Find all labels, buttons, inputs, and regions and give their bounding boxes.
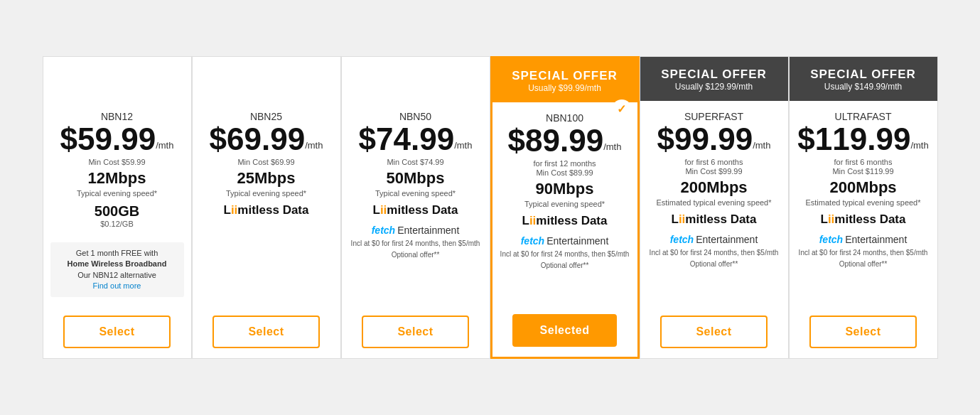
promo-bold: Home Wireless Broadband [68, 259, 167, 268]
plan-min-cost: Min Cost $99.99 [685, 167, 742, 176]
plan-speed: 90Mbps [536, 180, 594, 198]
plan-speed: 12Mbps [88, 169, 146, 188]
select-button-nbn100[interactable]: Selected [512, 314, 617, 347]
plan-name: ULTRAFAST [835, 111, 892, 122]
fetch-label: Entertainment [546, 235, 608, 247]
plan-price-suffix: /mth [753, 140, 770, 151]
plan-price-suffix: /mth [454, 140, 472, 151]
plan-header-empty-nbn50 [342, 57, 490, 101]
fetch-entertainment-row: fetch Entertainment [372, 225, 460, 236]
liimitless-data: Liimitless Data [820, 212, 905, 227]
plan-speed-label: Typical evening speed* [524, 200, 605, 208]
fetch-optional: Optional offer** [392, 250, 440, 260]
plan-min-cost: Min Cost $74.99 [387, 158, 443, 166]
fetch-entertainment-row: fetch Entertainment [670, 234, 758, 245]
plan-speed: 200Mbps [829, 178, 896, 197]
plan-data: 500GB [95, 203, 139, 220]
select-button-superfast[interactable]: Select [660, 316, 767, 348]
plan-for-text: for first 6 months [834, 158, 893, 166]
fetch-detail: Incl at $0 for first 24 months, then $5/… [351, 239, 480, 249]
plan-price: $59.99 [60, 124, 156, 155]
special-offer-title: SPECIAL OFFER [810, 68, 916, 82]
fetch-brand: fetch [372, 225, 395, 236]
selected-check-badge [612, 99, 632, 119]
plan-footer-nbn25: Select [193, 310, 340, 358]
plan-speed: 200Mbps [680, 178, 747, 197]
plan-price-row: $119.99/mth [797, 124, 928, 155]
plan-price: $119.99 [797, 124, 910, 155]
liimitless-data: Liimitless Data [223, 203, 308, 217]
plan-speed-label: Estimated typical evening speed* [656, 198, 771, 207]
plan-speed-label: Estimated typical evening speed* [805, 198, 920, 207]
plan-price-suffix: /mth [156, 140, 173, 151]
fetch-optional: Optional offer** [839, 259, 888, 269]
fetch-detail: Incl at $0 for first 24 months, then $5/… [650, 248, 779, 258]
select-button-nbn50[interactable]: Select [362, 316, 468, 348]
plan-speed-label: Typical evening speed* [77, 189, 157, 198]
special-offer-title: SPECIAL OFFER [512, 69, 618, 83]
promo-link[interactable]: Find out more [93, 281, 141, 290]
fetch-optional: Optional offer** [690, 259, 738, 269]
fetch-entertainment-row: fetch Entertainment [521, 235, 609, 247]
plan-footer-nbn100: Selected [492, 308, 637, 357]
select-button-ultrafast[interactable]: Select [809, 316, 916, 348]
plan-card-superfast: SPECIAL OFFERUsually $129.99/mthSUPERFAS… [640, 56, 789, 360]
plan-footer-nbn12: Select [43, 310, 191, 358]
plans-container: NBN12$59.99/mthMin Cost $59.9912MbpsTypi… [43, 56, 938, 360]
plan-name: NBN50 [399, 111, 431, 122]
fetch-detail: Incl at $0 for first 24 months, then $5/… [500, 249, 630, 259]
plan-data-price: $0.12/GB [100, 220, 133, 228]
fetch-label: Entertainment [397, 225, 459, 236]
plan-card-nbn100: SPECIAL OFFERUsually $99.99/mthNBN100$89… [490, 56, 640, 360]
plan-speed: 25Mbps [237, 169, 296, 188]
plan-price-row: $99.99/mth [657, 124, 771, 155]
plan-card-nbn25: NBN25$69.99/mthMin Cost $69.9925MbpsTypi… [192, 56, 341, 360]
plan-body-nbn25: NBN25$69.99/mthMin Cost $69.9925MbpsTypi… [193, 101, 340, 311]
plan-name: NBN100 [546, 112, 583, 124]
fetch-brand: fetch [670, 234, 694, 245]
liimitless-data: Liimitless Data [522, 214, 607, 228]
plan-price-row: $89.99/mth [508, 125, 622, 156]
usually-price: Usually $99.99/mth [528, 83, 601, 93]
plan-min-cost: Min Cost $89.99 [536, 168, 593, 177]
fetch-label: Entertainment [696, 234, 758, 245]
liimitless-data: Liimitless Data [372, 203, 458, 217]
plan-footer-superfast: Select [640, 310, 788, 358]
fetch-brand: fetch [521, 235, 544, 247]
plan-header-empty-nbn12 [43, 57, 191, 101]
plan-name: NBN25 [250, 111, 282, 122]
plan-header-ultrafast: SPECIAL OFFERUsually $149.99/mth [790, 57, 937, 101]
plan-body-ultrafast: ULTRAFAST$119.99/mthfor first 6 monthsMi… [790, 101, 937, 311]
plan-price-suffix: /mth [603, 141, 621, 152]
plan-speed-label: Typical evening speed* [375, 189, 456, 198]
plan-name: SUPERFAST [684, 111, 743, 122]
plan-card-ultrafast: SPECIAL OFFERUsually $149.99/mthULTRAFAS… [789, 56, 938, 360]
select-button-nbn25[interactable]: Select [212, 316, 319, 348]
plan-header-nbn100: SPECIAL OFFERUsually $99.99/mth [492, 58, 637, 102]
usually-price: Usually $149.99/mth [824, 82, 902, 92]
plan-price-row: $74.99/mth [359, 124, 473, 155]
usually-price: Usually $129.99/mth [675, 82, 753, 92]
fetch-label: Entertainment [845, 234, 907, 245]
plan-speed-label: Typical evening speed* [226, 189, 306, 198]
plan-card-nbn50: NBN50$74.99/mthMin Cost $74.9950MbpsTypi… [341, 56, 490, 360]
plan-header-empty-nbn25 [193, 57, 340, 101]
plan-min-cost: Min Cost $69.99 [237, 158, 294, 166]
plan-price: $69.99 [210, 124, 306, 155]
plan-body-nbn50: NBN50$74.99/mthMin Cost $74.9950MbpsTypi… [342, 101, 490, 311]
plan-footer-nbn50: Select [342, 310, 490, 358]
plan-for-text: for first 6 months [685, 158, 743, 166]
plan-price: $99.99 [657, 124, 753, 155]
plan-price-suffix: /mth [910, 140, 928, 151]
plan-body-superfast: SUPERFAST$99.99/mthfor first 6 monthsMin… [640, 101, 788, 311]
fetch-entertainment-row: fetch Entertainment [819, 234, 908, 245]
plan-body-nbn100: NBN100$89.99/mthfor first 12 monthsMin C… [492, 102, 637, 309]
plan-body-nbn12: NBN12$59.99/mthMin Cost $59.9912MbpsTypi… [43, 101, 191, 311]
plan-price-suffix: /mth [305, 140, 323, 151]
liimitless-data: Liimitless Data [671, 212, 756, 227]
fetch-brand: fetch [819, 234, 843, 245]
plan-price: $89.99 [508, 125, 604, 156]
plan-price-row: $59.99/mth [60, 124, 174, 155]
plan-price: $74.99 [359, 124, 455, 155]
select-button-nbn12[interactable]: Select [63, 316, 170, 348]
